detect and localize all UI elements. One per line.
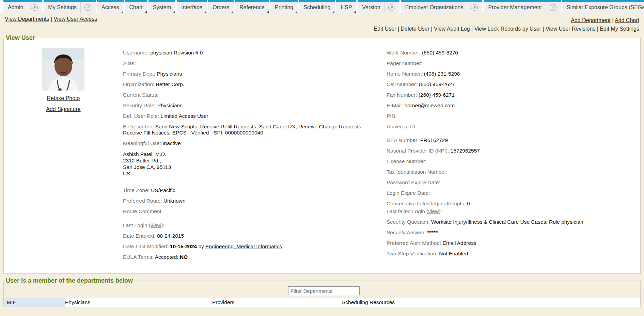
separator: | [541,26,546,32]
dropdown-corner-icon [204,11,206,13]
dropdown-corner-icon [332,11,334,13]
field-label: National Provider ID (NPI): [387,148,451,154]
department-cell-scheduling-resources[interactable]: Scheduling Resources [342,298,640,307]
row-preferred-route: Preferred Route: Unknown [123,198,375,204]
tab-similar-exposure-groups-segs[interactable]: Similar Exposure Groups (SEGs)↗ [562,0,644,13]
dropdown-corner-icon [145,11,147,13]
link-view-audit-log[interactable]: View Audit Log [434,26,470,32]
link-add-department[interactable]: Add Department [571,17,611,23]
address-line: Ashish Patel, M.D. [123,151,375,157]
row-consecutive-failed-login-attempts: Consecutive failed login attempts: 0 [387,201,632,207]
mailing-address: Ashish Patel, M.D.2312 Butler Rd.,San Jo… [123,151,375,177]
link-view-user-access[interactable]: View User Access [53,16,97,22]
row-route-comment: Route Comment: [123,208,375,215]
quick-links-top-right: Add Department | Add Chart [374,16,639,25]
link-view-user-revisions[interactable]: View User Revisions [546,26,595,32]
address-line: US [123,170,375,177]
field-value: Better Corp. [156,81,185,87]
retake-photo-link[interactable]: Retake Photo [47,95,80,101]
separator: | [429,26,434,32]
field-label: Security Role: [123,102,157,108]
row-e-prescriber: E-Prescriber: Send New Scripts, Receive … [123,124,375,136]
link-edit-user[interactable]: Edit User [374,26,396,32]
filter-departments-input[interactable] [288,286,360,295]
row-universal-id: Universal ID: [387,124,632,130]
field-label: Universal ID: [387,124,417,129]
link-verified-spi-0000000000040[interactable]: Verified - SPI: 0000000000040 [191,130,263,136]
tab-label: Chart [129,4,143,11]
tab-label: Employer Organizations [405,4,464,11]
tab-admin[interactable]: Admin↗ [3,0,42,13]
filter-wrap [288,286,640,295]
row-username: Username: physician Revision # 0 [123,50,375,56]
link-add-chart[interactable]: Add Chart [615,17,639,23]
row-organization: Organization: Better Corp. [123,81,375,88]
tab-employer-organizations[interactable]: Employer Organizations↗ [401,0,483,13]
row-cell-number: Cell Number: (650) 459-2627 [387,81,632,88]
arrow-up-right-icon: ↗ [388,4,395,11]
link-delete-user[interactable]: Delete User [401,26,429,32]
field-label: Date Entered: [123,233,157,239]
tab-orders[interactable]: Orders [208,0,234,13]
tab-bar: Admin↗My Settings↗AccessChartSystemInter… [0,0,644,13]
department-cell-providers[interactable]: Providers [212,298,342,307]
row-date-entered: Date Entered: 08-24-2015 [123,233,375,239]
tab-label: Orders [213,4,229,11]
tab-system[interactable]: System [148,0,175,13]
department-cell-mie[interactable]: MIE [4,298,65,307]
external-link-icon[interactable]: ↗ [546,2,556,13]
field-label: Username: [123,50,150,56]
external-link-icon[interactable]: ↗ [80,2,91,13]
row-pager-number: Pager Number: [387,60,632,66]
tab-version[interactable]: Version↗ [358,0,399,13]
tab-access[interactable]: Access [97,0,124,13]
tab-label: Similar Exposure Groups (SEGs) [567,4,644,11]
tab-scheduling[interactable]: Scheduling [299,0,335,13]
tab-label: HSP [341,4,352,11]
external-link-icon[interactable]: ↗ [27,2,38,13]
field-label: EULA Terms: [123,254,155,260]
tab-label: Access [101,4,119,11]
tab-interface[interactable]: Interface [177,0,207,13]
row-security-question: Security Question: Worksite Injury/Illne… [387,219,632,225]
departments-title: User is a member of the departments belo… [5,277,135,284]
link-view-lock-records-by-user[interactable]: View Lock Records by User [474,26,541,32]
field-value: 10-15-2024 [170,243,197,249]
separator: | [49,16,53,22]
field-label: Alias: [123,60,136,66]
add-signature-link[interactable]: Add Signature [46,106,80,112]
row-login-expire-date: Login Expire Date: [387,190,632,196]
tab-reference[interactable]: Reference [235,0,269,13]
external-link-icon[interactable]: ↗ [384,2,395,13]
quick-links-right: Add Department | Add Chart Edit User | D… [374,16,639,33]
field-label: Date Last Modified: [123,243,170,249]
link-view-departments[interactable]: View Departments [5,16,49,22]
link-engineering-medical-informatics[interactable]: Engineering, Medical Informatics [205,243,282,249]
tab-label: Provider Management [488,4,541,11]
field-value: Accepted: [155,254,180,260]
department-cell-physicians[interactable]: Physicians [65,298,212,307]
dropdown-corner-icon [121,11,123,13]
link-view[interactable]: view [151,222,161,228]
field-value: NO [180,254,188,260]
field-value: 1572962557 [451,148,480,154]
field-value: by [197,243,205,249]
field-label: Security Question: [387,219,431,225]
tab-printing[interactable]: Printing [270,0,298,13]
tab-label: Admin [8,4,23,11]
row-primary-dept: Primary Dept: Physicians [123,71,375,77]
quick-links-bar: View Departments | View User Access Add … [0,13,644,34]
tab-provider-management[interactable]: Provider Management↗ [484,0,561,13]
field-value: physician Revision # 0 [150,50,203,56]
field-value: 08-24-2015 [157,233,184,239]
dropdown-corner-icon [354,11,356,13]
view-user-title: View User [5,34,37,42]
tab-my-settings[interactable]: My Settings↗ [44,0,96,13]
field-value: (650) 459-2627 [419,81,455,87]
tab-hsp[interactable]: HSP [336,0,356,13]
tab-chart[interactable]: Chart [125,0,147,13]
external-link-icon[interactable]: ↗ [467,2,478,13]
link-edit-my-settings[interactable]: Edit My Settings [600,26,639,32]
row-national-provider-id-npi: National Provider ID (NPI): 1572962557 [387,148,632,154]
link-view[interactable]: view [428,208,439,214]
